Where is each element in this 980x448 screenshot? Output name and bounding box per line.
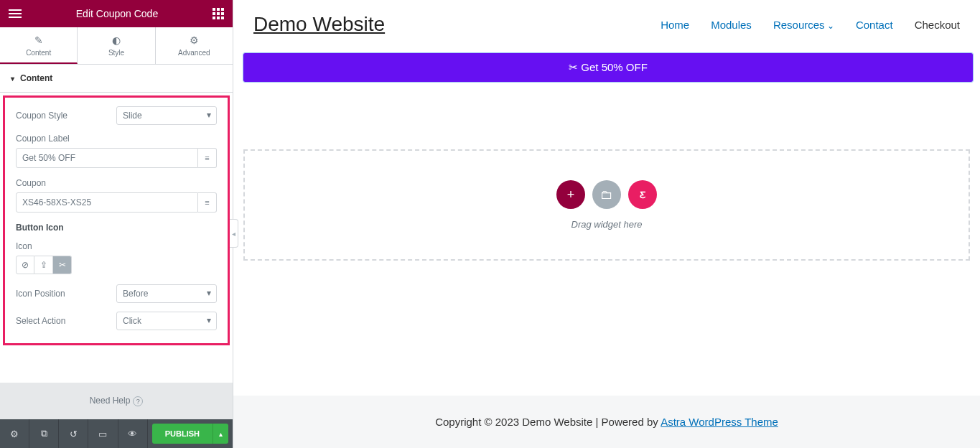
section-toggle[interactable]: ▾ Content xyxy=(0,65,233,93)
icon-label: Icon xyxy=(16,241,217,251)
tab-content[interactable]: ✎Content xyxy=(0,27,78,64)
coupon-code-input[interactable] xyxy=(16,192,198,213)
pencil-icon: ✎ xyxy=(0,34,77,46)
tab-style[interactable]: ◐Style xyxy=(78,27,155,64)
drop-hint-text: Drag widget here xyxy=(571,219,643,230)
preview-icon[interactable]: 👁 xyxy=(118,419,148,448)
site-title-link[interactable]: Demo Website xyxy=(253,13,385,36)
navigator-icon[interactable]: ⧉ xyxy=(29,419,59,448)
footer-theme-link[interactable]: Astra WordPress Theme xyxy=(661,416,778,428)
nav-modules[interactable]: Modules xyxy=(711,19,752,31)
coupon-bar-text: Get 50% OFF xyxy=(581,61,648,73)
gear-icon: ⚙ xyxy=(156,34,233,46)
tab-content-label: Content xyxy=(26,49,51,57)
editor-sidebar: Edit Coupon Code ✎Content ◐Style ⚙Advanc… xyxy=(0,0,233,448)
dynamic-tag-button-2[interactable]: ≡ xyxy=(198,192,217,213)
help-icon: ? xyxy=(133,396,143,406)
select-action-select[interactable]: Click xyxy=(116,312,217,330)
coupon-style-select[interactable]: Slide xyxy=(116,106,217,125)
drop-icons: + 🗀 Ƹ xyxy=(556,180,657,209)
add-template-button[interactable]: 🗀 xyxy=(592,180,621,209)
contrast-icon: ◐ xyxy=(78,34,154,46)
bottom-bar: ⚙ ⧉ ↺ ▭ 👁 PUBLISH ▴ xyxy=(0,419,233,448)
sidebar-header: Edit Coupon Code xyxy=(0,0,233,27)
coupon-style-label: Coupon Style xyxy=(16,111,116,121)
icon-upload-button[interactable]: ⇪ xyxy=(34,256,53,274)
icon-library-button[interactable]: ✂ xyxy=(53,256,72,274)
select-action-label: Select Action xyxy=(16,316,116,326)
footer-text: Copyright © 2023 Demo Website | Powered … xyxy=(435,416,661,428)
controls-box: Coupon Style Slide Coupon Label ≡ Coupon… xyxy=(3,95,230,345)
settings-icon[interactable]: ⚙ xyxy=(0,419,29,448)
button-icon-heading: Button Icon xyxy=(16,223,217,233)
publish-button[interactable]: PUBLISH xyxy=(152,424,213,444)
publish-options-button[interactable]: ▴ xyxy=(213,424,228,444)
icon-none-button[interactable]: ⊘ xyxy=(16,256,34,274)
caret-down-icon: ▾ xyxy=(11,75,14,83)
main-nav: Home Modules Resources Contact Checkout xyxy=(661,19,960,31)
nav-contact[interactable]: Contact xyxy=(856,19,893,31)
collapse-sidebar-button[interactable]: ◂ xyxy=(230,219,238,248)
panel-body: ▾ Content Coupon Style Slide Coupon Labe… xyxy=(0,65,233,383)
hamburger-icon[interactable] xyxy=(9,9,22,18)
elementskit-button[interactable]: Ƹ xyxy=(628,180,657,209)
section-title: Content xyxy=(20,73,52,83)
empty-section[interactable]: + 🗀 Ƹ Drag widget here xyxy=(243,149,970,261)
panel-title: Edit Coupon Code xyxy=(22,8,213,19)
tab-style-label: Style xyxy=(108,49,124,57)
coupon-label-input[interactable] xyxy=(16,148,198,168)
responsive-icon[interactable]: ▭ xyxy=(88,419,118,448)
preview-area: Demo Website Home Modules Resources Cont… xyxy=(233,0,980,448)
apps-icon[interactable] xyxy=(213,8,224,19)
icon-position-label: Icon Position xyxy=(16,289,116,299)
editor-tabs: ✎Content ◐Style ⚙Advanced xyxy=(0,27,233,65)
add-section-button[interactable]: + xyxy=(556,180,585,209)
coupon-button-widget[interactable]: ✂ Get 50% OFF xyxy=(243,53,973,82)
history-icon[interactable]: ↺ xyxy=(59,419,88,448)
coupon-code-label: Coupon xyxy=(16,178,217,188)
scissors-icon: ✂ xyxy=(569,61,581,73)
tab-advanced[interactable]: ⚙Advanced xyxy=(156,27,233,64)
nav-resources[interactable]: Resources xyxy=(773,19,834,31)
nav-checkout[interactable]: Checkout xyxy=(915,19,960,31)
nav-home[interactable]: Home xyxy=(661,19,689,31)
dynamic-tag-button[interactable]: ≡ xyxy=(198,148,217,168)
site-footer: Copyright © 2023 Demo Website | Powered … xyxy=(233,396,980,448)
coupon-label-label: Coupon Label xyxy=(16,134,217,144)
tab-advanced-label: Advanced xyxy=(178,49,210,57)
icon-position-select[interactable]: Before xyxy=(116,284,217,303)
page-header: Demo Website Home Modules Resources Cont… xyxy=(233,0,980,53)
need-help-link[interactable]: Need Help? xyxy=(0,383,233,419)
